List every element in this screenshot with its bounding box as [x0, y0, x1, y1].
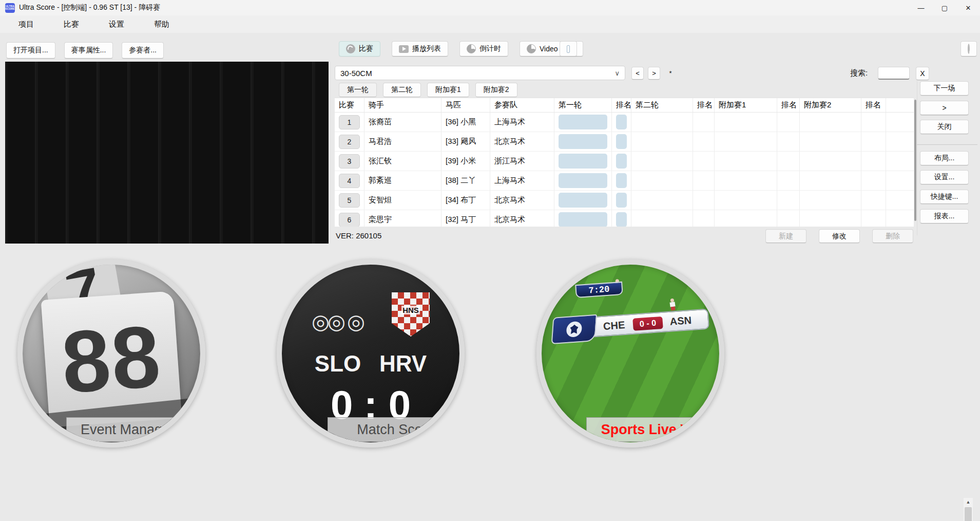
- mode-playlist-button[interactable]: 播放列表: [392, 41, 448, 57]
- team-name: 北京马术: [490, 191, 554, 210]
- new-button[interactable]: 新建: [765, 229, 806, 243]
- table-row[interactable]: 6 栾思宇 [32] 马丁 北京马术: [335, 210, 914, 227]
- round1-score-field[interactable]: [559, 134, 607, 149]
- scroll-up-icon[interactable]: ▲: [964, 498, 973, 506]
- table-row[interactable]: 3 张汇钦 [39] 小米 浙江马术: [335, 152, 914, 171]
- clear-search-button[interactable]: X: [916, 67, 929, 80]
- team-name: 北京马术: [490, 210, 554, 227]
- event-management-card[interactable]: 7 88 Event Management: [17, 259, 205, 448]
- event-management-label: Event Management: [66, 417, 205, 442]
- menu-help[interactable]: 帮助: [143, 16, 181, 32]
- home-team: CHE: [603, 319, 625, 332]
- title-bar: ULTRASCORE Ultra Score - [控制端] - 0.96 ST…: [0, 0, 980, 15]
- page-scrollbar[interactable]: ▲ ▼: [964, 498, 973, 521]
- scroll-thumb[interactable]: [965, 507, 972, 521]
- open-more-button[interactable]: >: [920, 101, 969, 115]
- tab-round1[interactable]: 第一轮: [339, 83, 377, 97]
- home-team: SLO: [315, 351, 361, 377]
- close-icon[interactable]: ✕: [956, 0, 980, 15]
- team-name: 上海马术: [490, 113, 554, 132]
- rider-name: 张汇钦: [364, 152, 441, 171]
- clock-icon: [527, 44, 536, 53]
- prev-class-button[interactable]: <: [631, 67, 644, 80]
- live-score: 0 - 0: [632, 317, 663, 331]
- match-number: 3: [339, 154, 360, 169]
- chevron-down-icon: ∨: [614, 69, 620, 77]
- window-title: Ultra Score - [控制端] - 0.96 ST [13] - 障碍赛: [19, 3, 160, 12]
- tab-round2[interactable]: 第二轮: [383, 83, 421, 97]
- match-clock: 7:20: [575, 282, 623, 298]
- match-number: 2: [339, 135, 360, 149]
- team-name: 北京马术: [490, 132, 554, 151]
- sports-live-video-card[interactable]: CHE 0 - 0 ASN 7:20 Sports Live Video: [536, 259, 724, 448]
- search-input[interactable]: [878, 67, 910, 80]
- round-tabs: 第一轮 第二轮 附加赛1 附加赛2: [339, 83, 517, 97]
- mode-countdown-button[interactable]: 倒计时: [459, 41, 508, 57]
- match-scoring-card[interactable]: ◎◎ ◎ HNS SLO HRV 0 : 0 Match Scoring: [277, 259, 465, 448]
- hotkeys-button[interactable]: 快捷键...: [920, 190, 969, 204]
- next-class-button[interactable]: >: [648, 67, 660, 80]
- star-button[interactable]: *: [664, 67, 677, 80]
- horse-name: [33] 飓风: [441, 132, 490, 151]
- search-label: 搜索:: [850, 68, 868, 78]
- class-combobox[interactable]: 30-50CM ∨: [335, 66, 625, 80]
- match-number: 1: [339, 115, 360, 129]
- filter-row: 30-50CM ∨ < > * 搜索: X: [335, 66, 977, 81]
- notes-button[interactable]: [560, 41, 577, 57]
- player-figure: [669, 298, 676, 310]
- table-row[interactable]: 4 郭紊巡 [38] 二丫 上海马术: [335, 171, 914, 191]
- round1-score-field[interactable]: [559, 115, 607, 129]
- delete-button[interactable]: 删除: [872, 229, 913, 243]
- mode-match-button[interactable]: 比赛: [339, 41, 380, 57]
- round1-rank-field[interactable]: [616, 115, 627, 129]
- reports-button[interactable]: 报表...: [920, 209, 969, 224]
- scoreboard-rings: ◎◎ ◎: [312, 310, 363, 333]
- tab-jumpoff2[interactable]: 附加赛2: [475, 83, 517, 97]
- table-row[interactable]: 5 安智炟 [34] 布丁 北京马术: [335, 191, 914, 210]
- playlist-icon: [399, 45, 409, 53]
- side-separator: [917, 81, 917, 235]
- round1-score-field[interactable]: [559, 193, 607, 208]
- tab-jumpoff1[interactable]: 附加赛1: [427, 83, 469, 97]
- settings-button[interactable]: 设置...: [920, 170, 969, 184]
- toolbar: 打开项目... 赛事属性... 参赛者... 比赛 播放列表 倒计时 Video…: [0, 33, 980, 62]
- minimize-icon[interactable]: —: [909, 0, 933, 15]
- version-label: VER: 260105: [336, 231, 381, 240]
- sports-live-video-label: Sports Live Video: [586, 417, 724, 442]
- round1-rank-field[interactable]: [616, 193, 627, 208]
- rider-name: 栾思宇: [364, 210, 441, 227]
- results-table: 比赛 骑手 马匹 参赛队 第一轮 排名 第二轮 排名 附加赛1 排名 附加赛2 …: [335, 98, 914, 227]
- league-logo-icon: [551, 314, 597, 344]
- round1-score-field[interactable]: [559, 173, 607, 188]
- event-properties-button[interactable]: 赛事属性...: [64, 42, 113, 59]
- round1-score-field[interactable]: [559, 154, 607, 169]
- team-name: 上海马术: [490, 171, 554, 190]
- modify-button[interactable]: 修改: [819, 229, 860, 243]
- layout-button[interactable]: 布局...: [920, 151, 969, 165]
- horse-name: [39] 小米: [441, 152, 490, 171]
- close-button[interactable]: 关闭: [920, 120, 969, 134]
- user-icon: [968, 44, 970, 54]
- round1-rank-field[interactable]: [616, 212, 627, 227]
- menu-bar: 项目 比赛 设置 帮助: [0, 15, 980, 33]
- round1-rank-field[interactable]: [616, 134, 627, 149]
- document-icon: [567, 45, 570, 53]
- participants-button[interactable]: 参赛者...: [122, 42, 164, 59]
- crest-icon: HNS: [392, 292, 430, 337]
- horse-name: [38] 二丫: [441, 171, 490, 190]
- maximize-icon[interactable]: ▢: [933, 0, 956, 15]
- open-project-button[interactable]: 打开项目...: [6, 42, 55, 59]
- round1-rank-field[interactable]: [616, 154, 627, 169]
- menu-settings[interactable]: 设置: [98, 16, 136, 32]
- next-match-button[interactable]: 下一场: [920, 81, 969, 96]
- round1-rank-field[interactable]: [616, 173, 627, 188]
- menu-match[interactable]: 比赛: [52, 16, 90, 32]
- team-name: 浙江马术: [490, 152, 554, 171]
- ball-icon: [346, 44, 355, 53]
- round1-score-field[interactable]: [559, 212, 607, 227]
- horse-name: [32] 马丁: [441, 210, 490, 227]
- user-button[interactable]: [960, 41, 977, 57]
- menu-project[interactable]: 项目: [7, 16, 45, 32]
- table-row[interactable]: 1 张裔茁 [36] 小黑 上海马术: [335, 113, 914, 132]
- table-row[interactable]: 2 马君浩 [33] 飓风 北京马术: [335, 132, 914, 152]
